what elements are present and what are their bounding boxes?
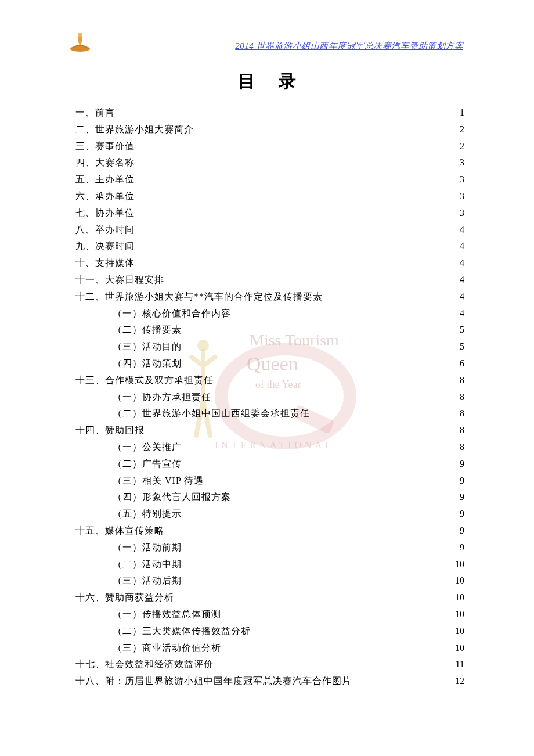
- toc-page-number: 9: [453, 489, 464, 506]
- toc-leader: [147, 424, 453, 433]
- toc-label: 十三、合作模式及双方承担责任: [75, 372, 217, 389]
- toc-leader: [138, 240, 453, 249]
- toc-leader: [355, 675, 453, 684]
- toc-page-number: 3: [453, 205, 464, 222]
- toc-label: 十、支持媒体: [75, 255, 138, 272]
- toc-page-number: 9: [453, 506, 464, 523]
- document-header: 2014 世界旅游小姐山西年度冠军总决赛汽车赞助策划方案: [235, 41, 463, 52]
- page-title: 目录: [0, 70, 534, 93]
- toc-label: （二）世界旅游小姐中国山西组委会承担责任: [75, 405, 313, 422]
- document-page: 2014 世界旅游小姐山西年度冠军总决赛汽车赞助策划方案 目录 Miss Tou…: [0, 0, 534, 756]
- toc-page-number: 4: [453, 238, 464, 255]
- toc-leader: [185, 441, 453, 450]
- toc-entry: 十八、附：历届世界旅游小姐中国年度冠军总决赛汽车合作图片 12: [75, 673, 464, 690]
- toc-leader: [167, 273, 453, 283]
- toc-entry: 六、承办单位 3: [75, 188, 464, 205]
- toc-label: （二）三大类媒体传播效益分析: [75, 623, 254, 640]
- toc-label: （一）公关推广: [75, 439, 185, 456]
- toc-label: （四）活动策划: [75, 355, 185, 372]
- toc-leader: [185, 574, 453, 584]
- toc-leader: [138, 190, 453, 199]
- toc-page-number: 4: [453, 305, 464, 322]
- toc-page-number: 2: [453, 121, 464, 138]
- toc-label: 八、举办时间: [75, 222, 138, 239]
- toc-leader: [138, 224, 453, 233]
- toc-label: 十五、媒体宣传策略: [75, 523, 164, 539]
- toc-label: （三）活动目的: [75, 339, 185, 355]
- toc-page-number: 10: [453, 556, 464, 573]
- toc-label: 四、大赛名称: [75, 154, 138, 171]
- toc-entry: （四）活动策划 6: [75, 355, 464, 372]
- toc-entry: （四）形象代言人回报方案 9: [75, 489, 464, 506]
- toc-label: 十七、社会效益和经济效益评价: [75, 656, 217, 673]
- toc-page-number: 8: [453, 389, 464, 406]
- toc-leader: [224, 642, 453, 651]
- toc-page-number: 10: [453, 589, 464, 606]
- toc-entry: （三）相关 VIP 待遇 9: [75, 473, 464, 489]
- toc-label: 九、决赛时间: [75, 238, 138, 255]
- toc-leader: [313, 407, 453, 416]
- toc-page-number: 1: [453, 105, 464, 121]
- toc-label: 三、赛事价值: [75, 138, 138, 155]
- toc-entry: （三）活动目的 5: [75, 339, 464, 355]
- toc-page-number: 12: [453, 673, 464, 690]
- toc-label: （二）广告宣传: [75, 456, 185, 473]
- toc-entry: 三、赛事价值 2: [75, 138, 464, 155]
- toc-label: 十二、世界旅游小姐大赛与**汽车的合作定位及传播要素: [75, 289, 326, 305]
- toc-page-number: 8: [453, 422, 464, 439]
- toc-page-number: 6: [453, 355, 464, 372]
- toc-entry: 十六、赞助商获益分析 10: [75, 589, 464, 606]
- toc-entry: （三）活动后期 10: [75, 573, 464, 589]
- toc-label: （二）传播要素: [75, 322, 185, 339]
- toc-label: （二）活动中期: [75, 556, 185, 573]
- toc-entry: （一）公关推广 8: [75, 439, 464, 456]
- toc-label: （一）核心价值和合作内容: [75, 305, 234, 322]
- toc-page-number: 10: [453, 573, 464, 589]
- toc-label: （三）商业活动价值分析: [75, 640, 224, 657]
- toc-leader: [326, 290, 453, 300]
- toc-page-number: 5: [453, 322, 464, 339]
- toc-leader: [217, 658, 453, 667]
- toc-leader: [138, 140, 453, 149]
- toc-label: （三）相关 VIP 待遇: [75, 473, 207, 489]
- toc-page-number: 5: [453, 339, 464, 355]
- toc-entry: （一）活动前期 9: [75, 539, 464, 556]
- svg-point-0: [70, 46, 90, 52]
- table-of-contents: 一、前言 1二、世界旅游小姐大赛简介 2三、赛事价值 2四、大赛名称 3五、主办…: [75, 105, 464, 690]
- toc-entry: 五、主办单位 3: [75, 171, 464, 188]
- toc-label: （三）活动后期: [75, 573, 185, 589]
- toc-page-number: 4: [453, 222, 464, 239]
- toc-page-number: 4: [453, 255, 464, 272]
- toc-leader: [185, 507, 453, 517]
- toc-page-number: 4: [453, 272, 464, 289]
- toc-entry: 十二、世界旅游小姐大赛与**汽车的合作定位及传播要素 4: [75, 289, 464, 305]
- toc-leader: [197, 123, 453, 132]
- toc-page-number: 9: [453, 523, 464, 539]
- toc-entry: 八、举办时间 4: [75, 222, 464, 239]
- toc-label: 五、主办单位: [75, 171, 138, 188]
- toc-entry: （五）特别提示 9: [75, 506, 464, 523]
- toc-entry: （二）三大类媒体传播效益分析 10: [75, 623, 464, 640]
- toc-page-number: 3: [453, 188, 464, 205]
- toc-page-number: 11: [453, 656, 464, 673]
- toc-leader: [177, 591, 453, 600]
- toc-leader: [214, 391, 453, 400]
- toc-label: 二、世界旅游小姐大赛简介: [75, 121, 197, 138]
- toc-page-number: 2: [453, 138, 464, 155]
- toc-label: 一、前言: [75, 105, 118, 121]
- toc-leader: [138, 257, 453, 266]
- toc-page-number: 9: [453, 473, 464, 489]
- toc-entry: （二）广告宣传 9: [75, 456, 464, 473]
- toc-entry: （二）世界旅游小姐中国山西组委会承担责任 8: [75, 405, 464, 422]
- toc-page-number: 8: [453, 405, 464, 422]
- toc-entry: （一）协办方承担责任 8: [75, 389, 464, 406]
- toc-entry: 十、支持媒体 4: [75, 255, 464, 272]
- toc-leader: [234, 491, 453, 500]
- toc-leader: [234, 307, 453, 316]
- toc-label: 十四、赞助回报: [75, 422, 147, 439]
- toc-leader: [138, 207, 453, 216]
- toc-leader: [185, 357, 453, 366]
- toc-label: （一）协办方承担责任: [75, 389, 214, 406]
- toc-entry: 九、决赛时间 4: [75, 238, 464, 255]
- toc-entry: 十七、社会效益和经济效益评价 11: [75, 656, 464, 673]
